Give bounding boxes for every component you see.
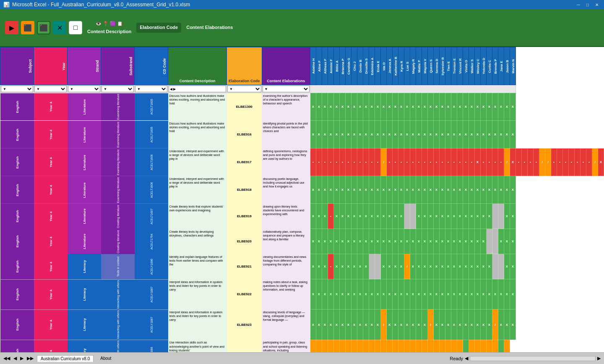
cell-student[interactable]: X	[310, 204, 316, 229]
cell-student[interactable]: X	[416, 121, 422, 148]
cell-student[interactable]: •	[481, 148, 487, 176]
cell-student[interactable]: X	[422, 93, 428, 121]
cell-student[interactable]: X	[416, 204, 422, 229]
cell-student[interactable]: X	[328, 229, 334, 254]
cell-student[interactable]: X	[492, 176, 498, 204]
cell-student[interactable]: X	[310, 254, 316, 279]
cell-student[interactable]: X	[445, 309, 451, 340]
cell-student[interactable]: X	[316, 93, 322, 121]
cell-student[interactable]: X	[410, 309, 416, 340]
cell-student[interactable]: X	[434, 204, 440, 229]
cell-student[interactable]: •	[369, 148, 375, 176]
cell-student[interactable]: X	[510, 176, 516, 204]
cell-student[interactable]: X	[357, 176, 363, 204]
about-btn[interactable]: About	[100, 356, 111, 361]
cell-student[interactable]: X	[475, 309, 481, 340]
cell-student[interactable]: X	[334, 279, 340, 309]
maximize-button[interactable]: □	[584, 1, 591, 8]
cell-student[interactable]: X	[469, 279, 475, 309]
cell-student[interactable]: •	[504, 340, 510, 352]
filter-content-elab[interactable]: ▼	[262, 85, 310, 93]
cell-student[interactable]: X	[310, 309, 316, 340]
cell-student[interactable]: X	[510, 148, 516, 176]
cell-student[interactable]	[498, 204, 504, 229]
cell-student[interactable]: X	[440, 121, 445, 148]
cell-student[interactable]: X	[422, 279, 428, 309]
cell-student[interactable]: •	[346, 148, 351, 176]
minimize-button[interactable]: ─	[575, 1, 582, 8]
cell-student[interactable]: X	[346, 254, 351, 279]
cell-student[interactable]: X	[422, 121, 428, 148]
cell-student[interactable]: X	[334, 309, 340, 340]
cell-student[interactable]	[492, 204, 498, 229]
cell-student[interactable]: X	[316, 121, 322, 148]
cell-student[interactable]: /	[445, 340, 451, 352]
cell-student[interactable]: /	[328, 340, 334, 352]
cell-student[interactable]: X	[463, 176, 469, 204]
filter-strand[interactable]: ▼	[68, 85, 101, 93]
cell-student[interactable]: X	[346, 279, 351, 309]
cell-student[interactable]: /	[592, 148, 598, 176]
cell-student[interactable]: •	[328, 254, 334, 279]
cell-student[interactable]: X	[475, 148, 481, 176]
cell-student[interactable]: •	[404, 148, 410, 176]
cell-student[interactable]: X	[357, 121, 363, 148]
cell-student[interactable]: X	[498, 279, 504, 309]
cell-student[interactable]: X	[416, 309, 422, 340]
cell-student[interactable]: X	[393, 176, 398, 204]
cell-student[interactable]: /	[404, 340, 410, 352]
cell-student[interactable]: •	[357, 148, 363, 176]
cell-student[interactable]: /	[393, 340, 398, 352]
cell-student[interactable]: X	[475, 279, 481, 309]
cell-student[interactable]: X	[445, 279, 451, 309]
cell-student[interactable]: X	[398, 229, 404, 254]
cell-student[interactable]: X	[387, 121, 393, 148]
cell-student[interactable]: X	[481, 93, 487, 121]
cell-student[interactable]: X	[440, 279, 445, 309]
cell-student[interactable]: •	[422, 148, 428, 176]
filter-cdcode[interactable]: ▼	[135, 85, 168, 93]
cell-student[interactable]: X	[310, 121, 316, 148]
cell-student[interactable]: X	[434, 176, 440, 204]
cell-student[interactable]: X	[340, 229, 346, 254]
cell-student[interactable]: X	[434, 279, 440, 309]
cell-student[interactable]: X	[328, 309, 334, 340]
cell-student[interactable]: X	[387, 204, 393, 229]
cell-student[interactable]: /	[504, 148, 510, 176]
cell-student[interactable]: X	[381, 204, 387, 229]
cell-student[interactable]: X	[504, 309, 510, 340]
cell-student[interactable]: X	[428, 204, 434, 229]
cell-student[interactable]: X	[351, 309, 357, 340]
cell-student[interactable]: X	[481, 176, 487, 204]
cell-student[interactable]: X	[469, 176, 475, 204]
cell-student[interactable]: X	[316, 229, 322, 254]
cell-student[interactable]: X	[422, 309, 428, 340]
cell-student[interactable]: •	[351, 148, 357, 176]
cell-student[interactable]: X	[351, 93, 357, 121]
cell-student[interactable]: X	[492, 121, 498, 148]
cell-student[interactable]: X	[363, 229, 369, 254]
filter-year[interactable]: ▼	[34, 85, 68, 93]
cell-student[interactable]: X	[510, 279, 516, 309]
cell-student[interactable]: /	[404, 254, 410, 279]
cell-student[interactable]: •	[492, 148, 498, 176]
cell-student[interactable]: /	[434, 340, 440, 352]
cell-student[interactable]	[369, 254, 375, 279]
cell-student[interactable]: X	[328, 121, 334, 148]
cell-student[interactable]: X	[340, 121, 346, 148]
cell-student[interactable]: X	[404, 309, 410, 340]
cell-student[interactable]: X	[387, 279, 393, 309]
cell-student[interactable]: X	[340, 176, 346, 204]
cell-student[interactable]: X	[357, 204, 363, 229]
cell-student[interactable]: X	[481, 121, 487, 148]
filter-subject[interactable]: ▼	[0, 85, 34, 93]
cell-student[interactable]: X	[369, 121, 375, 148]
cell-student[interactable]: X	[387, 229, 393, 254]
cell-student[interactable]: X	[463, 229, 469, 254]
cell-student[interactable]: X	[375, 121, 381, 148]
cell-student[interactable]: •	[398, 148, 404, 176]
cell-student[interactable]: X	[481, 204, 487, 229]
cell-student[interactable]: X	[469, 309, 475, 340]
cell-student[interactable]: X	[393, 93, 398, 121]
cell-student[interactable]: •	[310, 148, 316, 176]
